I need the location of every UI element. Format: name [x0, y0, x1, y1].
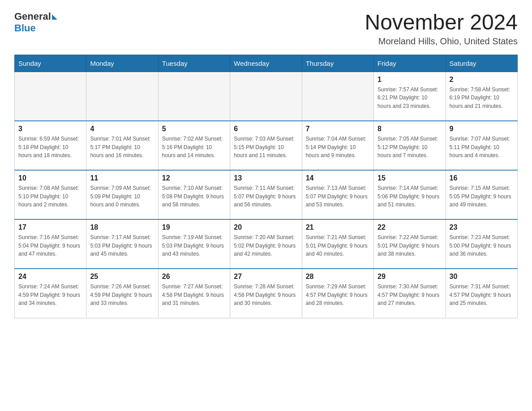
- logo-arrow-icon: [52, 14, 57, 20]
- sun-info: Sunrise: 7:57 AM Sunset: 6:21 PM Dayligh…: [378, 86, 442, 111]
- calendar-header-row: SundayMondayTuesdayWednesdayThursdayFrid…: [15, 55, 518, 72]
- column-header-tuesday: Tuesday: [158, 55, 230, 72]
- day-number: 18: [90, 223, 154, 231]
- day-number: 2: [450, 76, 514, 84]
- sun-info: Sunrise: 7:03 AM Sunset: 5:15 PM Dayligh…: [234, 135, 298, 160]
- page-header: General Blue November 2024 Moreland Hill…: [14, 11, 518, 47]
- day-number: 5: [162, 125, 226, 133]
- sun-info: Sunrise: 7:04 AM Sunset: 5:14 PM Dayligh…: [306, 135, 370, 160]
- day-number: 11: [90, 174, 154, 182]
- sun-info: Sunrise: 7:07 AM Sunset: 5:11 PM Dayligh…: [450, 135, 514, 160]
- calendar-cell: 12Sunrise: 7:10 AM Sunset: 5:08 PM Dayli…: [158, 170, 230, 219]
- sun-info: Sunrise: 7:31 AM Sunset: 4:57 PM Dayligh…: [450, 283, 514, 308]
- calendar-cell: 15Sunrise: 7:14 AM Sunset: 5:06 PM Dayli…: [374, 170, 446, 219]
- day-number: 9: [450, 125, 514, 133]
- calendar-cell: 1Sunrise: 7:57 AM Sunset: 6:21 PM Daylig…: [374, 72, 446, 121]
- day-number: 1: [378, 76, 442, 84]
- sun-info: Sunrise: 7:24 AM Sunset: 4:59 PM Dayligh…: [18, 283, 82, 308]
- calendar-cell: [158, 72, 230, 121]
- calendar-cell: 22Sunrise: 7:22 AM Sunset: 5:01 PM Dayli…: [374, 219, 446, 269]
- calendar-cell: 9Sunrise: 7:07 AM Sunset: 5:11 PM Daylig…: [446, 121, 517, 170]
- logo-general-text: General: [14, 11, 51, 22]
- sun-info: Sunrise: 7:05 AM Sunset: 5:12 PM Dayligh…: [378, 135, 442, 160]
- day-number: 23: [450, 223, 514, 231]
- calendar-cell: 24Sunrise: 7:24 AM Sunset: 4:59 PM Dayli…: [15, 269, 86, 318]
- calendar-cell: 5Sunrise: 7:02 AM Sunset: 5:16 PM Daylig…: [158, 121, 230, 170]
- column-header-friday: Friday: [374, 55, 446, 72]
- day-number: 7: [306, 125, 370, 133]
- sun-info: Sunrise: 7:19 AM Sunset: 5:03 PM Dayligh…: [162, 233, 226, 258]
- calendar-cell: 17Sunrise: 7:16 AM Sunset: 5:04 PM Dayli…: [15, 219, 86, 269]
- calendar-cell: 21Sunrise: 7:21 AM Sunset: 5:01 PM Dayli…: [302, 219, 373, 269]
- day-number: 4: [90, 125, 154, 133]
- sun-info: Sunrise: 7:01 AM Sunset: 5:17 PM Dayligh…: [90, 135, 154, 160]
- day-number: 13: [234, 174, 298, 182]
- calendar-week-row: 3Sunrise: 6:59 AM Sunset: 5:18 PM Daylig…: [15, 121, 518, 170]
- calendar-week-row: 1Sunrise: 7:57 AM Sunset: 6:21 PM Daylig…: [15, 72, 518, 121]
- calendar-cell: 10Sunrise: 7:08 AM Sunset: 5:10 PM Dayli…: [15, 170, 86, 219]
- sun-info: Sunrise: 7:15 AM Sunset: 5:05 PM Dayligh…: [450, 184, 514, 209]
- day-number: 29: [378, 273, 442, 281]
- sun-info: Sunrise: 7:30 AM Sunset: 4:57 PM Dayligh…: [378, 283, 442, 308]
- calendar-cell: 25Sunrise: 7:26 AM Sunset: 4:59 PM Dayli…: [86, 269, 158, 318]
- column-header-wednesday: Wednesday: [230, 55, 302, 72]
- calendar-cell: 3Sunrise: 6:59 AM Sunset: 5:18 PM Daylig…: [15, 121, 86, 170]
- sun-info: Sunrise: 7:16 AM Sunset: 5:04 PM Dayligh…: [18, 233, 82, 258]
- month-title: November 2024: [365, 11, 518, 34]
- calendar-week-row: 10Sunrise: 7:08 AM Sunset: 5:10 PM Dayli…: [15, 170, 518, 219]
- calendar-cell: 28Sunrise: 7:29 AM Sunset: 4:57 PM Dayli…: [302, 269, 373, 318]
- sun-info: Sunrise: 7:10 AM Sunset: 5:08 PM Dayligh…: [162, 184, 226, 209]
- sun-info: Sunrise: 7:08 AM Sunset: 5:10 PM Dayligh…: [18, 184, 82, 209]
- calendar-cell: 2Sunrise: 7:58 AM Sunset: 6:19 PM Daylig…: [446, 72, 517, 121]
- sun-info: Sunrise: 7:14 AM Sunset: 5:06 PM Dayligh…: [378, 184, 442, 209]
- calendar-cell: 26Sunrise: 7:27 AM Sunset: 4:58 PM Dayli…: [158, 269, 230, 318]
- day-number: 15: [378, 174, 442, 182]
- column-header-thursday: Thursday: [302, 55, 373, 72]
- calendar-cell: 23Sunrise: 7:23 AM Sunset: 5:00 PM Dayli…: [446, 219, 517, 269]
- calendar-cell: 14Sunrise: 7:13 AM Sunset: 5:07 PM Dayli…: [302, 170, 373, 219]
- logo[interactable]: General Blue: [14, 11, 57, 34]
- sun-info: Sunrise: 7:27 AM Sunset: 4:58 PM Dayligh…: [162, 283, 226, 308]
- calendar-cell: 4Sunrise: 7:01 AM Sunset: 5:17 PM Daylig…: [86, 121, 158, 170]
- day-number: 17: [18, 223, 82, 231]
- day-number: 21: [306, 223, 370, 231]
- column-header-monday: Monday: [86, 55, 158, 72]
- calendar-cell: [302, 72, 373, 121]
- calendar-cell: 27Sunrise: 7:28 AM Sunset: 4:58 PM Dayli…: [230, 269, 302, 318]
- sun-info: Sunrise: 7:11 AM Sunset: 5:07 PM Dayligh…: [234, 184, 298, 209]
- sun-info: Sunrise: 7:09 AM Sunset: 5:09 PM Dayligh…: [90, 184, 154, 209]
- sun-info: Sunrise: 7:58 AM Sunset: 6:19 PM Dayligh…: [450, 86, 514, 111]
- day-number: 28: [306, 273, 370, 281]
- day-number: 12: [162, 174, 226, 182]
- calendar-cell: [230, 72, 302, 121]
- sun-info: Sunrise: 7:26 AM Sunset: 4:59 PM Dayligh…: [90, 283, 154, 308]
- logo-blue-text: Blue: [14, 22, 36, 34]
- sun-info: Sunrise: 7:28 AM Sunset: 4:58 PM Dayligh…: [234, 283, 298, 308]
- sun-info: Sunrise: 7:21 AM Sunset: 5:01 PM Dayligh…: [306, 233, 370, 258]
- calendar-week-row: 24Sunrise: 7:24 AM Sunset: 4:59 PM Dayli…: [15, 269, 518, 318]
- calendar-cell: 6Sunrise: 7:03 AM Sunset: 5:15 PM Daylig…: [230, 121, 302, 170]
- calendar-cell: 20Sunrise: 7:20 AM Sunset: 5:02 PM Dayli…: [230, 219, 302, 269]
- day-number: 27: [234, 273, 298, 281]
- title-block: November 2024 Moreland Hills, Ohio, Unit…: [365, 11, 518, 47]
- calendar-cell: [86, 72, 158, 121]
- sun-info: Sunrise: 7:22 AM Sunset: 5:01 PM Dayligh…: [378, 233, 442, 258]
- sun-info: Sunrise: 6:59 AM Sunset: 5:18 PM Dayligh…: [18, 135, 82, 160]
- sun-info: Sunrise: 7:23 AM Sunset: 5:00 PM Dayligh…: [450, 233, 514, 258]
- day-number: 26: [162, 273, 226, 281]
- day-number: 22: [378, 223, 442, 231]
- day-number: 25: [90, 273, 154, 281]
- calendar-cell: [15, 72, 86, 121]
- calendar-cell: 8Sunrise: 7:05 AM Sunset: 5:12 PM Daylig…: [374, 121, 446, 170]
- sun-info: Sunrise: 7:13 AM Sunset: 5:07 PM Dayligh…: [306, 184, 370, 209]
- day-number: 20: [234, 223, 298, 231]
- sun-info: Sunrise: 7:02 AM Sunset: 5:16 PM Dayligh…: [162, 135, 226, 160]
- location-title: Moreland Hills, Ohio, United States: [365, 36, 518, 47]
- day-number: 10: [18, 174, 82, 182]
- calendar-table: SundayMondayTuesdayWednesdayThursdayFrid…: [14, 55, 518, 318]
- column-header-sunday: Sunday: [15, 55, 86, 72]
- day-number: 19: [162, 223, 226, 231]
- day-number: 30: [450, 273, 514, 281]
- day-number: 6: [234, 125, 298, 133]
- sun-info: Sunrise: 7:17 AM Sunset: 5:03 PM Dayligh…: [90, 233, 154, 258]
